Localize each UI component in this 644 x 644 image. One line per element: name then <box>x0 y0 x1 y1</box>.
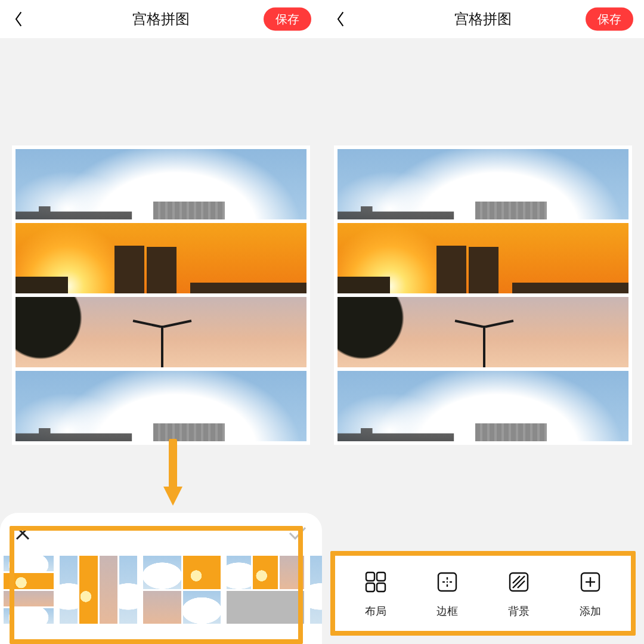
svg-rect-6 <box>366 583 374 592</box>
svg-rect-5 <box>377 572 385 581</box>
screen-main-tools: 宫格拼图 保存 <box>322 0 644 644</box>
layout-drawer <box>0 513 322 644</box>
back-button[interactable] <box>330 8 352 30</box>
tool-add[interactable]: 添加 <box>577 568 604 618</box>
drawer-confirm-button[interactable] <box>287 525 308 544</box>
layout-option[interactable] <box>227 556 304 624</box>
background-icon <box>505 568 532 596</box>
collage-pane[interactable] <box>16 371 306 441</box>
screen-layout-picker: 宫格拼图 保存 <box>0 0 322 644</box>
layout-option[interactable] <box>4 556 54 624</box>
border-icon <box>434 568 461 596</box>
page-title: 宫格拼图 <box>454 10 512 29</box>
collage-pane[interactable] <box>16 223 306 293</box>
collage-pane[interactable] <box>338 297 628 367</box>
collage-pane[interactable] <box>338 223 628 293</box>
bottom-toolbar: 布局 边框 <box>334 555 632 632</box>
collage-pane[interactable] <box>16 149 306 219</box>
tool-layout[interactable]: 布局 <box>362 568 389 618</box>
svg-marker-3 <box>163 487 182 506</box>
collage-canvas[interactable] <box>12 145 310 445</box>
drawer-close-button[interactable] <box>14 525 31 544</box>
layout-option[interactable] <box>143 556 221 624</box>
tool-background[interactable]: 背景 <box>505 568 532 618</box>
annotation-arrow-icon <box>161 439 185 508</box>
collage-pane[interactable] <box>338 371 628 441</box>
layout-option[interactable] <box>60 556 137 624</box>
tool-border[interactable]: 边框 <box>434 568 461 618</box>
collage-canvas[interactable] <box>334 145 632 445</box>
tool-label: 添加 <box>580 604 601 618</box>
layout-thumbnails[interactable] <box>0 556 322 624</box>
layout-option[interactable] <box>310 556 322 624</box>
save-button[interactable]: 保存 <box>264 8 311 31</box>
grid-layout-icon <box>362 568 389 596</box>
collage-pane[interactable] <box>338 149 628 219</box>
svg-rect-7 <box>377 583 385 592</box>
page-title: 宫格拼图 <box>132 10 190 29</box>
save-button[interactable]: 保存 <box>586 8 633 31</box>
tool-label: 布局 <box>365 604 386 618</box>
tool-label: 背景 <box>508 604 530 618</box>
top-bar: 宫格拼图 保存 <box>0 0 322 38</box>
back-button[interactable] <box>8 8 30 30</box>
tool-label: 边框 <box>436 604 458 618</box>
plus-icon <box>577 568 604 596</box>
top-bar: 宫格拼图 保存 <box>322 0 644 38</box>
svg-point-13 <box>447 581 448 583</box>
collage-pane[interactable] <box>16 297 306 367</box>
svg-rect-4 <box>366 572 374 581</box>
